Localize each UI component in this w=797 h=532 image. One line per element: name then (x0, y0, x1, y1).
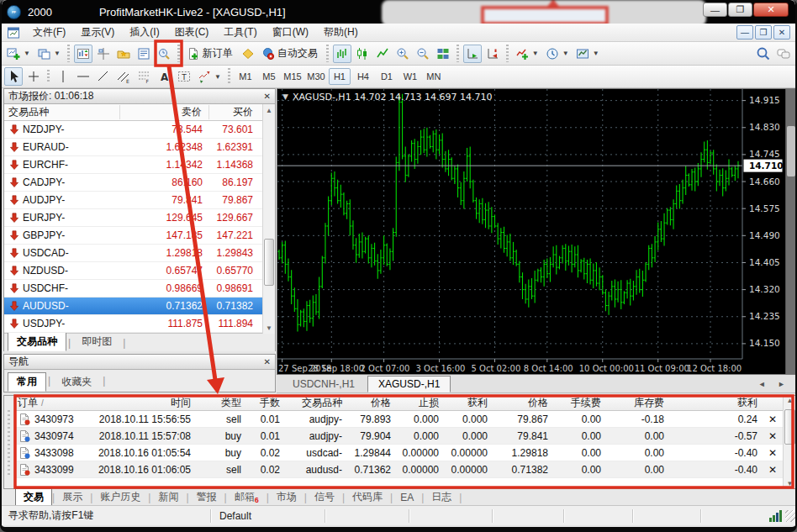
navigator-tab-0[interactable]: 常用 (8, 372, 46, 392)
templates-button[interactable]: ▼ (573, 45, 602, 63)
column-header-4[interactable]: 交易品种 (285, 396, 347, 410)
periods-button[interactable]: ▼ (543, 45, 572, 63)
col-ask[interactable]: 买价 (209, 105, 256, 119)
channel-tool[interactable]: E (114, 67, 133, 86)
menu-item-4[interactable]: 工具(T) (216, 24, 264, 41)
market-watch-tab-1[interactable]: 即时图 (72, 332, 121, 351)
zoom-out-button[interactable] (414, 45, 432, 63)
order-row[interactable]: 34309742018.10.11 15:57:08buy0.01audjpy-… (14, 428, 783, 445)
text-tool[interactable]: A (155, 67, 173, 86)
chevron-down-icon[interactable]: ▼ (24, 50, 30, 57)
market-watch-tab-0[interactable]: 交易品种 (8, 332, 66, 351)
market-watch-row[interactable]: EURCHF-1.143421.14368 (4, 156, 275, 174)
scrollbar-thumb[interactable] (784, 409, 795, 445)
market-watch-row[interactable]: USDJPY-111.875111.894 (4, 315, 275, 333)
menu-item-5[interactable]: 窗口(W) (265, 24, 316, 41)
order-row[interactable]: 34330982018.10.16 01:05:54buy0.02usdcad-… (14, 445, 783, 461)
window-restore-button[interactable]: ❐ (728, 3, 752, 17)
column-header-1[interactable]: 时间 (95, 396, 196, 410)
chat-button[interactable] (774, 45, 793, 63)
chevron-down-icon[interactable]: ▼ (54, 50, 61, 57)
trendline-tool[interactable] (94, 67, 113, 86)
market-watch-row[interactable]: AUDUSD-0.713620.71382 (4, 298, 275, 315)
column-header-0[interactable]: 订单 / (14, 396, 95, 410)
candlestick-button[interactable] (353, 45, 372, 63)
price-chart[interactable]: 14.91514.83014.74514.66014.57514.49014.4… (277, 89, 785, 374)
navigator-tab-1[interactable]: 收藏夹 (52, 372, 101, 392)
indicators-button[interactable]: ▼ (513, 45, 541, 63)
menu-item-2[interactable]: 插入(I) (122, 24, 166, 41)
timeframe-m1-button[interactable]: M1 (235, 68, 256, 85)
col-symbol[interactable]: 交易品种 (4, 105, 120, 119)
close-order-icon[interactable]: ✕ (763, 413, 783, 425)
market-watch-scrollbar[interactable]: ▲ ▼ (262, 104, 275, 334)
terminal-tab-6[interactable]: 市场 (269, 489, 304, 505)
timeframe-h1-button[interactable]: H1 (329, 68, 351, 85)
chevron-down-icon[interactable]: ▼ (532, 50, 539, 57)
timeframe-m15-button[interactable]: M15 (282, 68, 303, 85)
text-label-tool[interactable]: T (175, 67, 193, 86)
terminal-tab-9[interactable]: EA (393, 491, 421, 504)
terminal-tab-7[interactable]: 信号 (307, 489, 342, 505)
column-header-6[interactable]: 止损 (396, 396, 444, 410)
close-order-icon[interactable]: ✕ (763, 430, 783, 442)
timeframe-m30-button[interactable]: M30 (305, 68, 327, 85)
close-order-icon[interactable]: ✕ (763, 464, 783, 476)
window-close-button[interactable]: ✕ (753, 3, 789, 17)
zoom-in-button[interactable] (393, 45, 412, 63)
market-watch-row[interactable]: EURJPY-129.645129.667 (4, 209, 275, 227)
close-order-icon[interactable]: ✕ (763, 447, 783, 459)
search-button[interactable] (754, 45, 773, 63)
crosshair-tool[interactable] (24, 67, 43, 86)
metaeditor-button[interactable] (239, 45, 257, 63)
column-header-5[interactable]: 价格 (347, 396, 396, 410)
menu-item-3[interactable]: 图表(C) (167, 24, 217, 41)
arrows-tool[interactable]: ▼ (195, 67, 224, 86)
market-watch-row[interactable]: GBPJPY-147.185147.221 (4, 227, 275, 245)
terminal-tab-0[interactable]: 交易 (15, 488, 52, 506)
scrollbar-thumb[interactable] (264, 239, 274, 286)
new-chart-button[interactable]: ▼ (4, 45, 33, 63)
window-minimize-button[interactable]: — (703, 3, 727, 17)
market-watch-row[interactable]: USDCHF-0.986690.98691 (4, 280, 275, 298)
market-watch-row[interactable]: NZDJPY-73.54473.601 (4, 121, 275, 139)
chevron-down-icon[interactable]: ▼ (214, 73, 221, 81)
col-bid[interactable]: 卖价 (120, 105, 209, 119)
cursor-tool[interactable] (4, 67, 23, 86)
order-row[interactable]: 34309732018.10.11 15:56:55sell0.01audjpy… (14, 411, 783, 428)
terminal-tab-8[interactable]: 代码库 (345, 489, 390, 505)
data-window-button[interactable] (94, 45, 113, 63)
strategy-tester-button[interactable] (155, 45, 173, 63)
tile-windows-button[interactable] (434, 45, 452, 63)
column-header-11[interactable]: 获利 (669, 396, 763, 410)
auto-scroll-button[interactable] (463, 45, 482, 63)
column-header-2[interactable]: 类型 (196, 396, 246, 410)
timeframe-w1-button[interactable]: W1 (399, 68, 421, 85)
terminal-tab-5[interactable]: 邮箱6 (227, 489, 267, 505)
chart-tab-1[interactable]: XAGUSD-,H1 (367, 376, 451, 392)
navigator-button[interactable] (114, 45, 133, 63)
scroll-down-icon[interactable]: ▼ (784, 480, 796, 487)
resize-grip[interactable] (785, 510, 797, 522)
market-watch-close-icon[interactable]: ✕ (264, 92, 271, 101)
menu-item-0[interactable]: 文件(F) (25, 24, 73, 41)
column-header-7[interactable]: 获利 (444, 396, 493, 410)
terminal-tab-2[interactable]: 账户历史 (92, 489, 148, 505)
terminal-tab-3[interactable]: 新闻 (150, 489, 186, 505)
terminal-grip[interactable] (4, 396, 14, 488)
timeframe-h4-button[interactable]: H4 (352, 68, 374, 85)
mdi-restore-button[interactable]: ❐ (755, 25, 772, 40)
new-order-button[interactable]: 新订单 (184, 45, 237, 63)
scroll-up-icon[interactable]: ▲ (784, 397, 796, 404)
column-header-9[interactable]: 手续费 (553, 396, 606, 410)
market-watch-button[interactable] (74, 45, 92, 63)
scroll-down-icon[interactable]: ▼ (263, 322, 275, 334)
market-watch-row[interactable]: USDCAD-1.298181.29843 (4, 245, 275, 262)
navigator-close-icon[interactable]: ✕ (264, 357, 271, 366)
timeframe-m5-button[interactable]: M5 (258, 68, 280, 85)
horizontal-line-tool[interactable] (74, 67, 92, 86)
bar-chart-button[interactable] (333, 45, 351, 63)
menu-item-6[interactable]: 帮助(H) (316, 24, 366, 41)
chart-window[interactable]: 14.91514.83014.74514.66014.57514.49014.4… (277, 88, 797, 375)
chevron-down-icon[interactable]: ▼ (562, 50, 569, 57)
